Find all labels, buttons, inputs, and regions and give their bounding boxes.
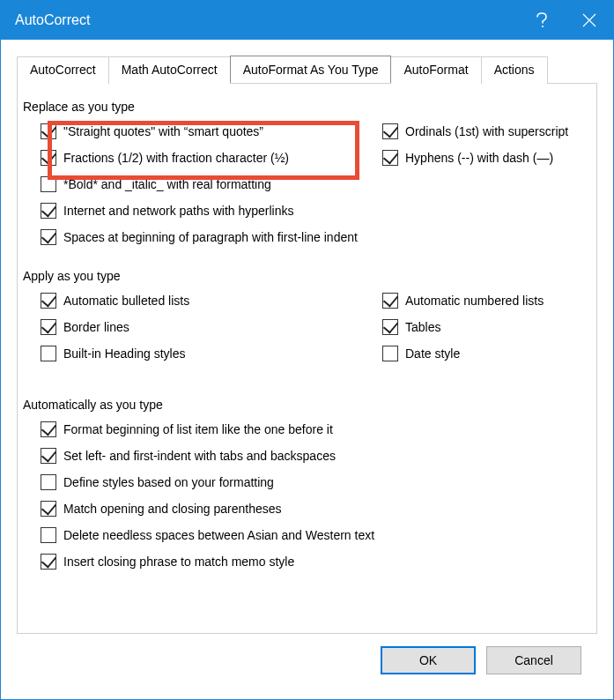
chk-define-styles[interactable]: Define styles based on your formatting: [41, 473, 593, 491]
chk-auto-bulleted[interactable]: Automatic bulleted lists: [41, 292, 382, 309]
ok-button[interactable]: OK: [381, 646, 476, 674]
chk-tables-input[interactable]: [382, 319, 398, 335]
svg-point-0: [542, 26, 544, 27]
chk-delete-spaces-label: Delete needless spaces between Asian and…: [63, 526, 374, 544]
chk-spaces-indent-label: Spaces at beginning of paragraph with fi…: [63, 228, 358, 246]
chk-insert-closing-input[interactable]: [41, 554, 56, 570]
chk-tables-label: Tables: [405, 318, 440, 336]
chk-set-indent-input[interactable]: [41, 448, 56, 464]
chk-hyphens-input[interactable]: [382, 150, 398, 166]
chk-auto-bulleted-input[interactable]: [41, 293, 56, 309]
chk-border-lines[interactable]: Border lines: [41, 318, 382, 336]
chk-straight-quotes-label: "Straight quotes" with “smart quotes”: [63, 123, 263, 140]
chk-delete-spaces-input[interactable]: [41, 527, 56, 543]
chk-fractions-input[interactable]: [41, 150, 56, 166]
chk-straight-quotes-input[interactable]: [41, 123, 56, 139]
chk-ordinals-input[interactable]: [382, 123, 398, 139]
chk-internet-paths-input[interactable]: [41, 203, 56, 219]
chk-fractions-label: Fractions (1/2) with fraction character …: [63, 149, 289, 167]
tab-panel: Replace as you type "Straight quotes" wi…: [17, 83, 597, 634]
chk-bold-italic-label: *Bold* and _italic_ with real formatting: [63, 175, 271, 193]
chk-auto-numbered-label: Automatic numbered lists: [405, 292, 544, 309]
close-button[interactable]: [566, 1, 613, 40]
close-icon: [582, 13, 596, 27]
chk-date-style-input[interactable]: [382, 346, 398, 361]
dialog-body: AutoCorrect Math AutoCorrect AutoFormat …: [1, 40, 613, 699]
section-replace-title: Replace as you type: [23, 100, 593, 114]
cancel-button[interactable]: Cancel: [486, 646, 581, 674]
autocorrect-dialog: AutoCorrect AutoCorrect Math AutoCorrect…: [0, 0, 614, 700]
chk-bold-italic[interactable]: *Bold* and _italic_ with real formatting: [41, 175, 382, 193]
chk-format-beginning[interactable]: Format beginning of list item like the o…: [41, 421, 593, 438]
tab-strip: AutoCorrect Math AutoCorrect AutoFormat …: [17, 56, 597, 83]
chk-heading-styles-label: Built-in Heading styles: [63, 345, 186, 362]
chk-delete-spaces[interactable]: Delete needless spaces between Asian and…: [41, 526, 593, 544]
help-icon: [536, 11, 548, 29]
chk-auto-numbered[interactable]: Automatic numbered lists: [382, 292, 593, 309]
chk-border-lines-label: Border lines: [63, 318, 129, 336]
tab-autocorrect[interactable]: AutoCorrect: [17, 56, 109, 84]
chk-insert-closing[interactable]: Insert closing phrase to match memo styl…: [41, 553, 593, 570]
chk-fractions[interactable]: Fractions (1/2) with fraction character …: [41, 149, 382, 167]
chk-auto-numbered-input[interactable]: [382, 293, 398, 309]
section-apply-title: Apply as you type: [23, 269, 593, 283]
chk-set-indent[interactable]: Set left- and first-indent with tabs and…: [41, 447, 593, 465]
dialog-footer: OK Cancel: [17, 634, 597, 687]
chk-match-parentheses[interactable]: Match opening and closing parentheses: [41, 500, 593, 518]
chk-ordinals-label: Ordinals (1st) with superscript: [405, 123, 568, 140]
tab-actions[interactable]: Actions: [481, 56, 548, 84]
chk-internet-paths-label: Internet and network paths with hyperlin…: [63, 202, 293, 220]
chk-hyphens-label: Hyphens (--) with dash (—): [405, 149, 553, 167]
chk-format-beginning-input[interactable]: [41, 421, 56, 437]
tab-autoformat-as-you-type[interactable]: AutoFormat As You Type: [230, 56, 392, 83]
chk-format-beginning-label: Format beginning of list item like the o…: [63, 421, 333, 438]
chk-straight-quotes[interactable]: "Straight quotes" with “smart quotes”: [41, 123, 382, 140]
chk-bold-italic-input[interactable]: [41, 176, 56, 192]
chk-heading-styles-input[interactable]: [41, 346, 56, 361]
section-auto-title: Automatically as you type: [23, 398, 593, 412]
tab-math-autocorrect[interactable]: Math AutoCorrect: [108, 56, 231, 84]
chk-internet-paths[interactable]: Internet and network paths with hyperlin…: [41, 202, 382, 220]
chk-date-style[interactable]: Date style: [382, 345, 593, 362]
chk-date-style-label: Date style: [405, 345, 460, 362]
chk-set-indent-label: Set left- and first-indent with tabs and…: [63, 447, 336, 465]
titlebar: AutoCorrect: [1, 1, 613, 40]
tab-autoformat[interactable]: AutoFormat: [390, 56, 481, 84]
chk-border-lines-input[interactable]: [41, 319, 56, 335]
chk-insert-closing-label: Insert closing phrase to match memo styl…: [63, 553, 294, 570]
chk-hyphens[interactable]: Hyphens (--) with dash (—): [382, 149, 593, 167]
chk-match-parentheses-input[interactable]: [41, 501, 56, 517]
chk-spaces-indent[interactable]: Spaces at beginning of paragraph with fi…: [41, 228, 593, 246]
chk-heading-styles[interactable]: Built-in Heading styles: [41, 345, 382, 362]
chk-spaces-indent-input[interactable]: [41, 229, 56, 245]
chk-ordinals[interactable]: Ordinals (1st) with superscript: [382, 123, 593, 140]
window-title: AutoCorrect: [15, 12, 518, 28]
chk-define-styles-label: Define styles based on your formatting: [63, 473, 274, 491]
help-button[interactable]: [518, 1, 566, 40]
chk-define-styles-input[interactable]: [41, 474, 56, 490]
chk-match-parentheses-label: Match opening and closing parentheses: [63, 500, 282, 518]
chk-tables[interactable]: Tables: [382, 318, 593, 336]
chk-auto-bulleted-label: Automatic bulleted lists: [63, 292, 189, 309]
